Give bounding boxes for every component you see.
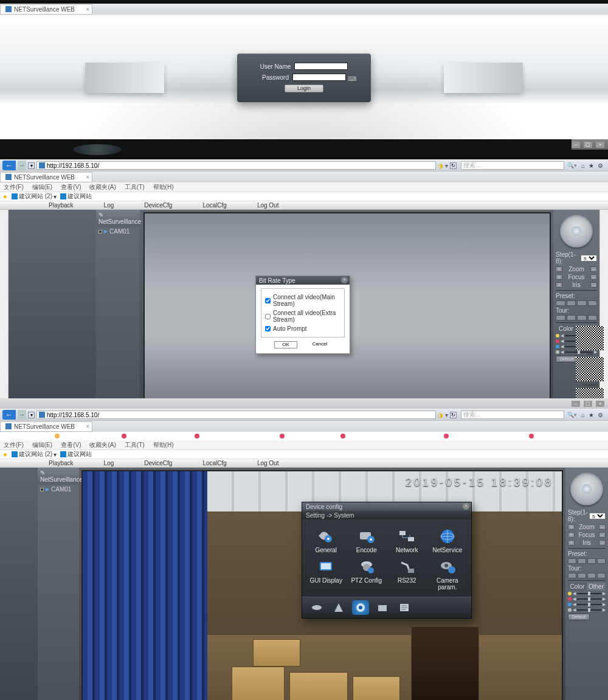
ptz-dial[interactable] bbox=[570, 473, 603, 505]
nav-address-toggle[interactable]: ▾ bbox=[28, 162, 35, 169]
focus-in[interactable]: + bbox=[556, 274, 562, 280]
device-config-window: Device config × Setting->System General … bbox=[302, 502, 472, 619]
tab-record-icon[interactable] bbox=[308, 600, 325, 615]
dialog-close-icon[interactable]: × bbox=[341, 277, 348, 283]
window-min-icon[interactable]: – bbox=[572, 401, 580, 407]
tab-log[interactable]: Log bbox=[104, 460, 114, 466]
ptz-dial[interactable] bbox=[560, 215, 593, 248]
live-video: 2019-05-15 18:39:08 CAM01 Device config … bbox=[81, 470, 563, 700]
browser-tab[interactable]: NETSurveillance WEB × bbox=[0, 421, 92, 432]
star-icon[interactable]: ★ bbox=[2, 193, 8, 200]
browser-tabs: NETSurveillance WEB × bbox=[0, 4, 608, 15]
svg-rect-20 bbox=[321, 563, 331, 569]
nav-back-button[interactable]: ← bbox=[2, 161, 16, 170]
window-max-icon[interactable]: ▢ bbox=[584, 142, 592, 148]
address-bar[interactable]: http://192.168.5.10/ bbox=[36, 161, 436, 170]
search-icon[interactable]: 🔍▾ bbox=[567, 412, 577, 418]
opt-main-stream[interactable]: Connect all video(Main Stream) bbox=[265, 294, 340, 307]
tab-info-icon[interactable] bbox=[396, 600, 413, 615]
tab-logout[interactable]: Log Out bbox=[257, 202, 279, 209]
scrollbar-left[interactable] bbox=[0, 210, 9, 425]
cfg-encode[interactable]: Encode bbox=[348, 528, 386, 553]
tab-playback[interactable]: Playback bbox=[49, 460, 74, 466]
close-tab-icon[interactable]: × bbox=[86, 6, 89, 13]
focus-out[interactable]: – bbox=[590, 274, 597, 280]
cfg-network[interactable]: Network bbox=[388, 528, 426, 553]
favicon bbox=[5, 174, 12, 180]
compat-icon[interactable]: ◑ bbox=[438, 162, 443, 169]
browser-frame-top: – ▢ × bbox=[0, 139, 608, 159]
zoom-in[interactable]: + bbox=[556, 266, 562, 272]
username-label: User Name bbox=[260, 63, 291, 70]
close-tab-icon[interactable]: × bbox=[86, 174, 89, 181]
dialog-ok-button[interactable]: OK bbox=[274, 341, 297, 348]
tree-item-cam01[interactable]: ▶ CAM01 bbox=[96, 227, 140, 236]
color-default-button[interactable]: Default bbox=[568, 614, 590, 620]
window-max-icon[interactable]: ▢ bbox=[584, 401, 592, 407]
window-close-icon[interactable]: × bbox=[596, 142, 604, 148]
browser-tab[interactable]: NETSurveillance WEB × bbox=[0, 4, 92, 15]
search-input[interactable]: 搜索... bbox=[461, 161, 564, 170]
tree-item-cam01[interactable]: ▶ CAM01 bbox=[38, 485, 79, 494]
home-icon[interactable]: ⌂ bbox=[581, 162, 585, 169]
gear-icon[interactable]: ⚙ bbox=[598, 412, 603, 418]
nav-forward-button[interactable]: → bbox=[18, 410, 26, 420]
tab-devicecfg[interactable]: DeviceCfg bbox=[144, 460, 172, 466]
login-box: User Name Password ⌨ Login bbox=[237, 54, 371, 102]
tab-alarm-icon[interactable] bbox=[330, 600, 347, 615]
devcfg-close-icon[interactable]: × bbox=[463, 503, 469, 510]
url-text: http://192.168.5.10/ bbox=[47, 162, 99, 169]
favorites-icon[interactable]: ★ bbox=[589, 412, 594, 418]
opt-extra-stream[interactable]: Connect all video(Extra Stream) bbox=[265, 310, 340, 323]
tab-devicecfg[interactable]: DeviceCfg bbox=[144, 202, 172, 209]
tab-playback[interactable]: Playback bbox=[49, 202, 74, 209]
window-close-icon[interactable]: × bbox=[596, 401, 604, 407]
gear-icon[interactable]: ⚙ bbox=[598, 162, 603, 169]
browser-tab[interactable]: NETSurveillance WEB × bbox=[0, 172, 92, 182]
iris-out[interactable]: – bbox=[590, 282, 597, 288]
virtual-keyboard-icon[interactable]: ⌨ bbox=[348, 75, 356, 82]
search-icon[interactable]: 🔍▾ bbox=[567, 162, 577, 168]
dialog-cancel-button[interactable]: Cancel bbox=[308, 341, 331, 348]
tab-system-icon[interactable] bbox=[352, 600, 369, 615]
opt-auto-prompt[interactable]: Auto Prompt bbox=[265, 325, 340, 332]
nav-forward-button[interactable]: → bbox=[18, 161, 26, 170]
password-input[interactable] bbox=[292, 74, 346, 81]
bitrate-dialog: Bit Rate Type × Connect all video(Main S… bbox=[255, 275, 350, 354]
tab-log[interactable]: Log bbox=[104, 202, 114, 209]
tab-localcfg[interactable]: LocalCfg bbox=[202, 202, 226, 209]
refresh-button[interactable]: ↻ bbox=[450, 162, 457, 169]
username-input[interactable] bbox=[294, 63, 348, 70]
login-panel: NETSurveillance WEB × 文件(F) 编辑(E) 查看(V) … bbox=[0, 0, 608, 139]
ptz-panel: Step(1-8): 5 +Zoom– +Focus– +Iris– Prese… bbox=[565, 468, 608, 700]
devcfg-breadcrumb: Setting->System bbox=[302, 511, 471, 519]
url-favicon bbox=[39, 162, 45, 168]
close-tab-icon[interactable]: × bbox=[86, 423, 89, 430]
search-input[interactable]: 搜索... bbox=[461, 411, 564, 419]
cfg-netservice[interactable]: NetService bbox=[429, 528, 467, 553]
nav-back-button[interactable]: ← bbox=[2, 410, 16, 420]
scrollbar-right[interactable]: SN Android IOS Closing bbox=[599, 210, 608, 425]
cfg-gui[interactable]: GUI Display bbox=[307, 558, 345, 591]
zoom-out[interactable]: – bbox=[590, 266, 597, 272]
login-button[interactable]: Login bbox=[285, 85, 323, 92]
address-bar[interactable]: http://192.168.5.10/ bbox=[36, 411, 436, 419]
browser-tabs: NETSurveillance WEB × bbox=[0, 172, 608, 182]
favorites-icon[interactable]: ★ bbox=[589, 162, 594, 169]
tab-advanced-icon[interactable] bbox=[374, 600, 391, 615]
window-min-icon[interactable]: – bbox=[572, 142, 580, 148]
home-icon[interactable]: ⌂ bbox=[581, 412, 585, 418]
refresh-button[interactable]: ↻ bbox=[450, 412, 457, 418]
svg-rect-31 bbox=[378, 605, 387, 611]
step-select[interactable]: 5 bbox=[589, 513, 606, 519]
iris-in[interactable]: + bbox=[556, 282, 562, 288]
tab-logout[interactable]: Log Out bbox=[257, 460, 279, 466]
app-body: ✎ NetSurveillance ▶ CAM01 2019-05-15 18:… bbox=[0, 468, 608, 700]
tab-localcfg[interactable]: LocalCfg bbox=[202, 460, 226, 466]
cfg-general[interactable]: General bbox=[307, 528, 345, 553]
cfg-ptz[interactable]: PTZ Config bbox=[348, 558, 386, 591]
cfg-rs232[interactable]: RS232 bbox=[388, 558, 426, 591]
cfg-camera-param[interactable]: Camera param. bbox=[429, 558, 467, 591]
compat-icon[interactable]: ◑ bbox=[438, 412, 443, 418]
step-select[interactable]: 5 bbox=[581, 255, 597, 262]
